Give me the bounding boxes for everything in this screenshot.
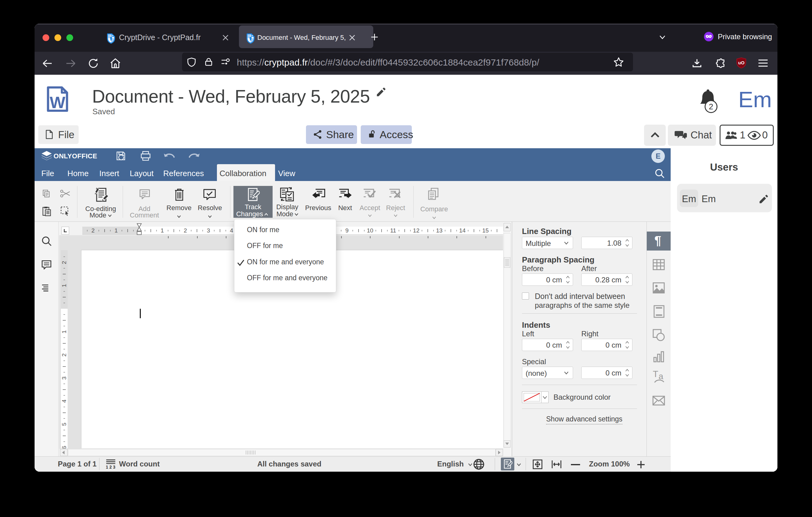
svg-text:T: T <box>653 369 659 379</box>
svg-text:2: 2 <box>184 227 187 234</box>
svg-text:1: 1 <box>114 227 118 234</box>
svg-text:14: 14 <box>459 227 466 234</box>
svg-text:W: W <box>50 93 65 111</box>
svg-text:11: 11 <box>390 227 396 234</box>
svg-text:13: 13 <box>436 227 442 234</box>
svg-text:10: 10 <box>367 227 373 234</box>
svg-text:15: 15 <box>482 227 489 234</box>
svg-text:2: 2 <box>61 261 67 264</box>
svg-text:4: 4 <box>230 227 233 234</box>
svg-text:1 2 3: 1 2 3 <box>106 465 115 469</box>
svg-text:1: 1 <box>61 284 67 287</box>
svg-text:3: 3 <box>207 227 210 234</box>
svg-text:5: 5 <box>61 423 67 426</box>
svg-text:1: 1 <box>161 227 164 234</box>
svg-text:uO: uO <box>738 60 745 65</box>
svg-text:9: 9 <box>345 227 349 234</box>
svg-text:2: 2 <box>91 227 95 234</box>
svg-text:12: 12 <box>413 227 419 234</box>
svg-text:2: 2 <box>61 353 67 357</box>
svg-text:4: 4 <box>61 399 67 403</box>
svg-text:1: 1 <box>61 330 67 333</box>
svg-text:3: 3 <box>61 376 67 380</box>
